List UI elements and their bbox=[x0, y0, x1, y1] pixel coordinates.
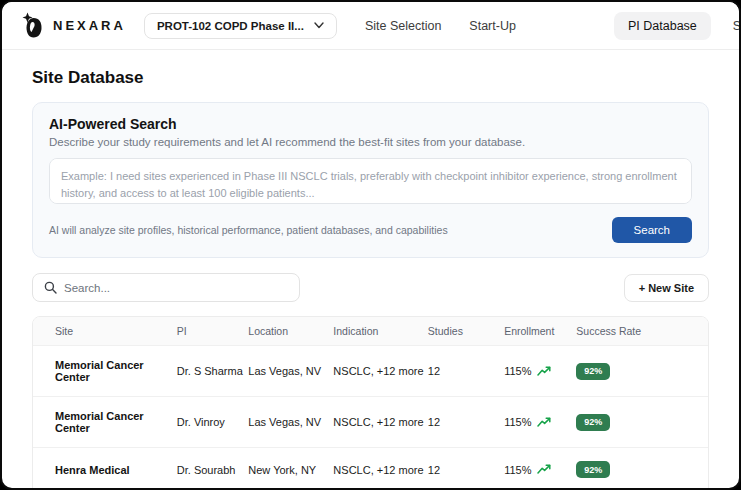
table-row[interactable]: Henra MedicalDr. SourabhNew York, NYNSCL… bbox=[33, 448, 708, 490]
trend-up-icon bbox=[537, 464, 552, 475]
ai-search-note: AI will analyze site profiles, historica… bbox=[49, 224, 448, 236]
top-navigation-bar: NEXARA PROT-102 COPD Phase II... Site Se… bbox=[2, 2, 739, 50]
site-search-box[interactable] bbox=[32, 273, 300, 302]
col-header-site: Site bbox=[33, 317, 177, 346]
cell-studies: 12 bbox=[428, 448, 504, 490]
success-rate-badge: 92% bbox=[576, 414, 610, 431]
main-content: Site Database AI-Powered Search Describe… bbox=[2, 50, 739, 490]
cell-enrollment: 115% bbox=[504, 448, 576, 490]
col-header-success-rate: Success Rate bbox=[576, 317, 708, 346]
page-title: Site Database bbox=[32, 68, 709, 88]
ai-search-button[interactable]: Search bbox=[612, 217, 692, 243]
top-right-nav: PI Database Settings bbox=[614, 12, 741, 40]
cell-location: Las Vegas, NV bbox=[248, 346, 333, 397]
cell-indication: NSCLC, +12 more bbox=[333, 346, 428, 397]
trend-up-icon bbox=[537, 417, 552, 428]
col-header-pi: PI bbox=[177, 317, 249, 346]
col-header-studies: Studies bbox=[428, 317, 504, 346]
table-header-row: Site PI Location Indication Studies Enro… bbox=[33, 317, 708, 346]
cell-site: Memorial Cancer Center bbox=[33, 346, 177, 397]
cell-success-rate: 92% bbox=[576, 448, 708, 490]
protocol-selector-value: PROT-102 COPD Phase II... bbox=[157, 20, 304, 32]
brand-name: NEXARA bbox=[53, 18, 126, 33]
ai-search-footer: AI will analyze site profiles, historica… bbox=[49, 217, 692, 243]
success-rate-badge: 92% bbox=[576, 363, 610, 380]
ai-powered-search-panel: AI-Powered Search Describe your study re… bbox=[32, 102, 709, 258]
trend-up-icon bbox=[537, 366, 552, 377]
cell-enrollment: 115% bbox=[504, 346, 576, 397]
protocol-selector-dropdown[interactable]: PROT-102 COPD Phase II... bbox=[144, 13, 337, 39]
cell-studies: 12 bbox=[428, 346, 504, 397]
new-site-button[interactable]: + New Site bbox=[624, 274, 709, 302]
nav-item-site-selection[interactable]: Site Selection bbox=[365, 19, 441, 33]
cell-indication: NSCLC, +12 more bbox=[333, 397, 428, 448]
chevron-down-icon bbox=[314, 22, 324, 29]
cell-enrollment: 115% bbox=[504, 397, 576, 448]
cell-studies: 12 bbox=[428, 397, 504, 448]
cell-success-rate: 92% bbox=[576, 397, 708, 448]
brand: NEXARA bbox=[20, 12, 126, 39]
ai-search-subtitle: Describe your study requirements and let… bbox=[49, 136, 692, 148]
cell-site: Henra Medical bbox=[33, 448, 177, 490]
col-header-indication: Indication bbox=[333, 317, 428, 346]
table-toolbar: + New Site bbox=[32, 273, 709, 302]
sites-table: Site PI Location Indication Studies Enro… bbox=[33, 317, 708, 490]
nav-item-pi-database[interactable]: PI Database bbox=[614, 12, 711, 40]
cell-site: Memorial Cancer Center bbox=[33, 397, 177, 448]
cell-pi: Dr. Vinroy bbox=[177, 397, 249, 448]
nav-item-settings[interactable]: Settings bbox=[733, 19, 741, 33]
nav-item-start-up[interactable]: Start-Up bbox=[469, 19, 516, 33]
ai-search-textarea[interactable] bbox=[49, 158, 692, 204]
table-row[interactable]: Memorial Cancer CenterDr. VinroyLas Vega… bbox=[33, 397, 708, 448]
cell-indication: NSCLC, +12 more bbox=[333, 448, 428, 490]
sites-table-card: Site PI Location Indication Studies Enro… bbox=[32, 316, 709, 490]
table-row[interactable]: Memorial Cancer CenterDr. S SharmaLas Ve… bbox=[33, 346, 708, 397]
col-header-enrollment: Enrollment bbox=[504, 317, 576, 346]
site-search-input[interactable] bbox=[64, 282, 288, 294]
cell-location: New York, NY bbox=[248, 448, 333, 490]
success-rate-badge: 92% bbox=[576, 461, 610, 478]
app-window: NEXARA PROT-102 COPD Phase II... Site Se… bbox=[0, 0, 741, 490]
nexara-logo-icon bbox=[20, 12, 45, 39]
cell-success-rate: 92% bbox=[576, 346, 708, 397]
search-icon bbox=[44, 281, 57, 294]
cell-pi: Dr. S Sharma bbox=[177, 346, 249, 397]
ai-search-title: AI-Powered Search bbox=[49, 116, 692, 132]
cell-location: Las Vegas, NV bbox=[248, 397, 333, 448]
cell-pi: Dr. Sourabh bbox=[177, 448, 249, 490]
col-header-location: Location bbox=[248, 317, 333, 346]
